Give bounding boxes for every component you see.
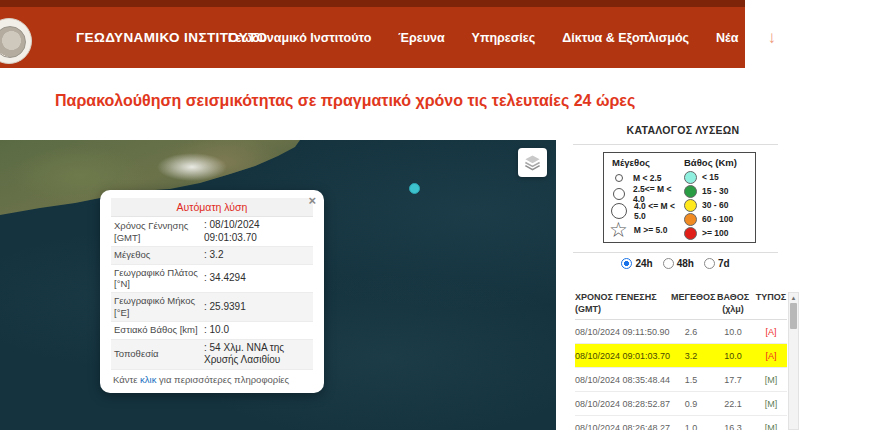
cell-depth: 10.0 — [711, 351, 755, 361]
header-depth: ΒΑΘΟΣ (χλμ) — [711, 292, 755, 315]
scroll-up-icon[interactable]: ▲ — [789, 294, 798, 302]
legend-label: < 15 — [702, 172, 719, 182]
radio-label: 48h — [677, 258, 694, 269]
legend-label: 15 - 30 — [702, 186, 728, 196]
popup-title: Αυτόματη λύση — [111, 198, 313, 217]
cell-type: [A] — [755, 327, 787, 337]
earthquake-table: ΧΡΟΝΟΣ ΓΕΝΕΣΗΣ (GMT) ΜΕΓΕΘΟΣ ΒΑΘΟΣ (χλμ)… — [575, 292, 787, 430]
popup-row-origin-time: Χρόνος Γέννησης [GMT] : 08/10/2024 09:01… — [111, 217, 313, 247]
field-value: : 54 Χλμ. ΝΝΑ της Χρυσής Λασιθίου — [204, 342, 310, 367]
footer-text: Κάντε — [113, 374, 140, 385]
legend-label: >= 100 — [702, 228, 728, 238]
field-value: : 10.0 — [204, 324, 229, 337]
cell-type: [A] — [755, 351, 787, 361]
table-row[interactable]: 08/10/2024 08:35:48.44 1.5 17.7 [M] — [575, 368, 787, 392]
table-header: ΧΡΟΝΟΣ ΓΕΝΕΣΗΣ (GMT) ΜΕΓΕΘΟΣ ΒΑΘΟΣ (χλμ)… — [575, 292, 787, 320]
table-row[interactable]: 08/10/2024 09:11:50.90 2.6 10.0 [A] — [575, 320, 787, 344]
legend-item: ☆ M >= 5.0 — [612, 220, 684, 240]
cell-depth: 16.3 — [711, 423, 755, 430]
legend-item: 30 - 60 — [684, 198, 737, 212]
field-label: Γεωγραφικό Μήκος [°E] — [114, 295, 204, 319]
nav-item-networks[interactable]: Δίκτυα & Εξοπλισμός — [562, 31, 689, 45]
field-label: Εστιακό Βάθος [km] — [114, 324, 204, 336]
legend-item: 15 - 30 — [684, 184, 737, 198]
popup-footer: Κάντε κλικ για περισσότερες πληροφορίες — [111, 370, 313, 386]
legend-item: < 15 — [684, 170, 737, 184]
legend-item: 60 - 100 — [684, 212, 737, 226]
nav-item-research[interactable]: Έρευνα — [398, 31, 444, 45]
field-label: Γεωγραφικό Πλάτος [°N] — [114, 267, 204, 291]
scrollbar-thumb[interactable] — [790, 303, 797, 329]
field-value: : 08/10/2024 09:01:03.70 — [204, 219, 310, 244]
cell-type: [M] — [755, 375, 787, 385]
header-magnitude: ΜΕΓΕΘΟΣ — [671, 292, 711, 315]
field-label: Χρόνος Γέννησης [GMT] — [114, 220, 204, 244]
cell-time: 08/10/2024 09:11:50.90 — [575, 327, 671, 337]
star-icon: ☆ — [609, 223, 628, 237]
nav-item-news[interactable]: Νέα — [716, 31, 738, 45]
cell-time: 08/10/2024 09:01:03.70 — [575, 351, 671, 361]
popup-row-longitude: Γεωγραφικό Μήκος [°E] : 25.9391 — [111, 293, 313, 322]
table-row-highlighted[interactable]: 08/10/2024 09:01:03.70 3.2 10.0 [A] — [575, 344, 787, 368]
table-row[interactable]: 08/10/2024 08:26:48.27 1.0 16.3 [M] — [575, 416, 787, 430]
layers-icon — [523, 153, 542, 172]
table-row[interactable]: 08/10/2024 08:28:52.87 0.9 22.1 [M] — [575, 392, 787, 416]
legend-label: 60 - 100 — [702, 214, 733, 224]
cell-magnitude: 2.6 — [671, 327, 711, 337]
cell-type: [M] — [755, 399, 787, 409]
depth-dot-green-icon — [684, 185, 697, 198]
depth-dot-cyan-icon — [684, 171, 697, 184]
map-layers-button[interactable] — [518, 148, 547, 177]
radio-icon — [704, 258, 715, 269]
popup-row-depth: Εστιακό Βάθος [km] : 10.0 — [111, 322, 313, 340]
arrow-down-icon[interactable]: ↓ — [767, 28, 776, 48]
field-value: : 34.4294 — [204, 272, 246, 285]
nav-item-institute[interactable]: Γεωδυναμικό Ινστιτούτο — [228, 31, 371, 45]
header-type: ΤΥΠΟΣ — [755, 292, 787, 315]
radio-7d[interactable]: 7d — [704, 258, 730, 269]
small-circle-icon — [615, 174, 623, 182]
radio-24h[interactable]: 24h — [621, 258, 652, 269]
time-filter-group: 24h 48h 7d — [573, 258, 778, 269]
medium-circle-icon — [613, 188, 625, 200]
navbar-top-strip — [0, 0, 745, 7]
main-nav: Γεωδυναμικό Ινστιτούτο Έρευνα Υπηρεσίες … — [228, 7, 776, 68]
radio-icon — [663, 258, 674, 269]
cell-time: 08/10/2024 08:35:48.44 — [575, 375, 671, 385]
table-scrollbar[interactable]: ▲ — [788, 292, 799, 430]
legend-magnitude-column: Μέγεθος M < 2.5 2.5<= M < 4.0 4.0 <= M <… — [612, 157, 684, 240]
nav-item-services[interactable]: Υπηρεσίες — [472, 31, 536, 45]
legend-magnitude-title: Μέγεθος — [612, 157, 684, 168]
seismicity-map[interactable]: × Αυτόματη λύση Χρόνος Γέννησης [GMT] : … — [0, 140, 556, 430]
divider — [573, 252, 778, 253]
depth-dot-yellow-icon — [684, 199, 697, 212]
cell-type: [M] — [755, 423, 787, 430]
legend-item: >= 100 — [684, 226, 737, 240]
legend-label: M >= 5.0 — [634, 225, 668, 235]
more-info-link[interactable]: κλικ — [140, 374, 156, 385]
earthquake-popup: × Αυτόματη λύση Χρόνος Γέννησης [GMT] : … — [100, 190, 324, 393]
legend-depth-column: Βάθος (Km) < 15 15 - 30 30 - 60 60 - 100… — [684, 157, 737, 240]
solutions-sidebar: ΚΑΤΑΛΟΓΟΣ ΛΥΣΕΩΝ Μέγεθος M < 2.5 2.5<= M… — [563, 124, 823, 430]
legend-depth-title: Βάθος (Km) — [684, 157, 737, 168]
radio-label: 24h — [635, 258, 652, 269]
cell-magnitude: 3.2 — [671, 351, 711, 361]
cell-time: 08/10/2024 08:28:52.87 — [575, 399, 671, 409]
field-label: Μέγεθος — [114, 249, 204, 261]
depth-dot-red-icon — [684, 227, 697, 240]
cell-depth: 22.1 — [711, 399, 755, 409]
cell-depth: 10.0 — [711, 327, 755, 337]
cell-magnitude: 1.0 — [671, 423, 711, 430]
page-title: Παρακολούθηση σεισμικότητας σε πραγματικ… — [55, 92, 635, 110]
field-value: : 25.9391 — [204, 301, 246, 314]
navbar: ΓΕΩΔΥΝΑΜΙΚΟ ΙΝΣΤΙΤΟΥΤΟ Γεωδυναμικό Ινστι… — [0, 7, 745, 68]
cell-magnitude: 1.5 — [671, 375, 711, 385]
popup-row-magnitude: Μέγεθος : 3.2 — [111, 247, 313, 265]
earthquake-marker[interactable] — [409, 183, 420, 194]
close-icon[interactable]: × — [308, 194, 316, 207]
popup-row-latitude: Γεωγραφικό Πλάτος [°N] : 34.4294 — [111, 265, 313, 294]
legend-label: 30 - 60 — [702, 200, 728, 210]
radio-48h[interactable]: 48h — [663, 258, 694, 269]
field-value: : 3.2 — [204, 249, 223, 262]
large-circle-icon — [611, 203, 627, 219]
